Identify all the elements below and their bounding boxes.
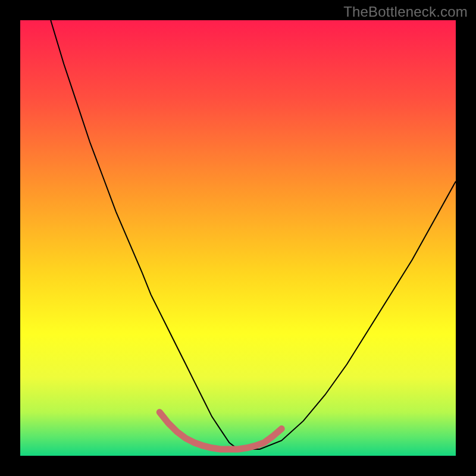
plot-area (20, 20, 456, 456)
chart-svg (20, 20, 456, 456)
watermark-text: TheBottleneck.com (343, 4, 468, 20)
chart-frame: TheBottleneck.com (0, 0, 476, 476)
gradient-background (20, 20, 456, 456)
